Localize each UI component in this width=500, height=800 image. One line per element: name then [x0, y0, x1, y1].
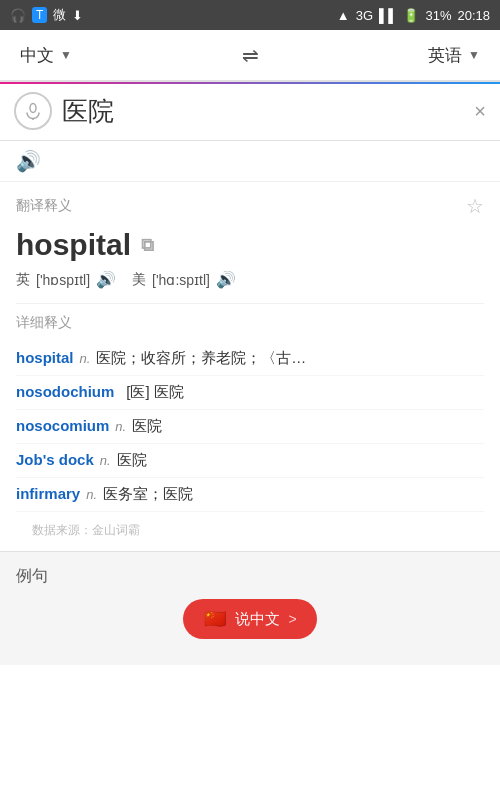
language-switch-button[interactable]: ⇌	[242, 43, 259, 67]
t-icon: T	[32, 7, 47, 23]
def-word-infirmary[interactable]: infirmary	[16, 485, 80, 502]
target-language-label: 英语	[428, 44, 462, 67]
def-text-2: 医院	[132, 417, 484, 436]
def-text-3: 医院	[117, 451, 484, 470]
def-text-1: [医] 医院	[126, 383, 484, 402]
us-phonetic: 美 ['hɑ:spɪtl] 🔊	[132, 270, 236, 289]
def-pos-0: n.	[80, 351, 91, 366]
definition-item: hospital n. 医院；收容所；养老院；〈古…	[16, 342, 484, 376]
download-icon: ⬇	[72, 8, 83, 23]
nav-accent-bar	[0, 82, 500, 84]
svg-point-0	[30, 104, 36, 113]
divider	[16, 303, 484, 304]
def-word-jobs-dock[interactable]: Job's dock	[16, 451, 94, 468]
search-query-text: 医院	[62, 94, 114, 129]
search-area: 医院 ×	[0, 82, 500, 141]
us-region-label: 美	[132, 271, 146, 289]
target-language-arrow: ▼	[468, 48, 480, 62]
switch-icon: ⇌	[242, 44, 259, 66]
definition-item: nosodochium [医] 医院	[16, 376, 484, 410]
detail-section-label: 详细释义	[16, 314, 484, 332]
definition-item: infirmary n. 医务室；医院	[16, 478, 484, 512]
favorite-button[interactable]: ☆	[466, 194, 484, 218]
us-ipa-text: ['hɑ:spɪtl]	[152, 272, 210, 288]
definition-item: nosocomium n. 医院	[16, 410, 484, 444]
translation-section-label: 翻译释义	[16, 197, 72, 215]
definition-item: Job's dock n. 医院	[16, 444, 484, 478]
speaker-icon[interactable]: 🔊	[16, 150, 41, 172]
def-text-4: 医务室；医院	[103, 485, 484, 504]
main-content: 翻译释义 ☆ hospital ⧉ 英 ['hɒspɪtl] 🔊 美 ['hɑ:…	[0, 182, 500, 800]
def-word-nosodochium[interactable]: nosodochium	[16, 383, 114, 400]
def-pos-4: n.	[86, 487, 97, 502]
def-word-hospital[interactable]: hospital	[16, 349, 74, 366]
def-pos-3: n.	[100, 453, 111, 468]
time-label: 20:18	[457, 8, 490, 23]
def-pos-2: n.	[115, 419, 126, 434]
weibo-icon: 微	[53, 6, 66, 24]
battery-icon: 🔋	[403, 8, 419, 23]
copy-button[interactable]: ⧉	[141, 235, 154, 256]
speak-button-label: 说中文	[235, 610, 280, 629]
target-language-selector[interactable]: 英语 ▼	[428, 44, 480, 67]
speak-chinese-button[interactable]: 🇨🇳 说中文 >	[183, 599, 316, 639]
def-text-0: 医院；收容所；养老院；〈古…	[96, 349, 484, 368]
definition-list: hospital n. 医院；收容所；养老院；〈古… nosodochium […	[16, 342, 484, 512]
close-button[interactable]: ×	[474, 100, 486, 123]
headset-icon: 🎧	[10, 8, 26, 23]
uk-sound-button[interactable]: 🔊	[96, 270, 116, 289]
source-language-selector[interactable]: 中文 ▼	[20, 44, 72, 67]
source-language-label: 中文	[20, 44, 54, 67]
status-left-icons: 🎧 T 微 ⬇	[10, 6, 83, 24]
sound-row: 🔊	[0, 141, 500, 182]
data-source-label: 数据来源：金山词霸	[16, 512, 484, 545]
wifi-icon: ▲	[337, 8, 350, 23]
signal-bars-icon: ▌▌	[379, 8, 397, 23]
main-word-row: hospital ⧉	[16, 228, 484, 262]
phonetics-row: 英 ['hɒspɪtl] 🔊 美 ['hɑ:spɪtl] 🔊	[16, 270, 484, 289]
china-flag-icon: 🇨🇳	[203, 607, 227, 631]
us-sound-button[interactable]: 🔊	[216, 270, 236, 289]
main-word-text: hospital	[16, 228, 131, 262]
translation-header: 翻译释义 ☆	[16, 194, 484, 218]
uk-phonetic: 英 ['hɒspɪtl] 🔊	[16, 270, 116, 289]
def-word-nosocomium[interactable]: nosocomium	[16, 417, 109, 434]
status-bar: 🎧 T 微 ⬇ ▲ 3G ▌▌ 🔋 31% 20:18	[0, 0, 500, 30]
mic-icon[interactable]	[14, 92, 52, 130]
status-right: ▲ 3G ▌▌ 🔋 31% 20:18	[337, 8, 490, 23]
uk-region-label: 英	[16, 271, 30, 289]
speak-chevron-icon: >	[288, 611, 296, 627]
translation-section: 翻译释义 ☆ hospital ⧉ 英 ['hɒspɪtl] 🔊 美 ['hɑ:…	[0, 182, 500, 551]
example-section-label: 例句	[16, 566, 484, 587]
example-section: 例句 🇨🇳 说中文 >	[0, 551, 500, 665]
uk-ipa-text: ['hɒspɪtl]	[36, 272, 90, 288]
battery-label: 31%	[425, 8, 451, 23]
source-language-arrow: ▼	[60, 48, 72, 62]
nav-bar: 中文 ▼ ⇌ 英语 ▼	[0, 30, 500, 82]
signal-label: 3G	[356, 8, 373, 23]
